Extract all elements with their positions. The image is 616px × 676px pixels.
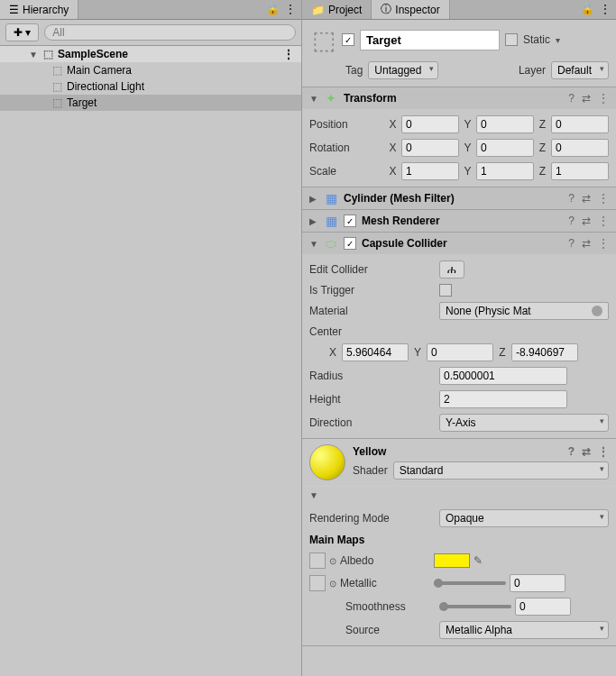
center-z-input[interactable] <box>511 343 578 361</box>
preset-icon[interactable]: ⇄ <box>582 92 591 105</box>
list-icon: ☰ <box>9 4 19 16</box>
scale-z-input[interactable] <box>551 162 609 180</box>
foldout-icon[interactable]: ▼ <box>309 239 318 249</box>
menu-icon[interactable]: ⋮ <box>285 3 296 16</box>
preset-icon[interactable]: ⇄ <box>582 192 591 205</box>
direction-dropdown[interactable]: Y-Axis <box>439 414 609 432</box>
menu-icon[interactable]: ⋮ <box>598 237 609 250</box>
tag-label: Tag <box>345 64 363 77</box>
metallic-input[interactable] <box>510 574 565 592</box>
center-y-input[interactable] <box>427 343 493 361</box>
eyedropper-icon[interactable]: ✎ <box>473 554 486 567</box>
project-tab[interactable]: 📁 Project <box>302 0 372 19</box>
metallic-slider[interactable] <box>434 581 506 585</box>
help-icon[interactable]: ? <box>568 215 575 227</box>
layer-dropdown[interactable]: Default <box>551 61 609 79</box>
texture-link-icon[interactable]: ⊙ <box>329 579 336 589</box>
rotation-x-input[interactable] <box>401 139 459 157</box>
is-trigger-label: Is Trigger <box>309 284 436 297</box>
menu-icon[interactable]: ⋮ <box>598 215 609 227</box>
menu-icon[interactable]: ⋮ <box>598 445 609 458</box>
tag-dropdown[interactable]: Untagged <box>368 61 438 79</box>
object-picker-icon[interactable] <box>592 306 602 316</box>
search-input[interactable] <box>44 24 296 41</box>
material-field[interactable]: None (Physic Mat <box>439 302 609 320</box>
scene-item[interactable]: ▼ ⬚ SampleScene ⋮ <box>0 46 301 62</box>
foldout-icon[interactable]: ▼ <box>29 50 38 59</box>
material-preview-icon[interactable] <box>309 444 345 480</box>
component-actions: ? ⇄ ⋮ <box>568 92 609 105</box>
transform-icon: ✦ <box>324 91 338 105</box>
mesh-renderer-component: ▶ ▦ ✓ Mesh Renderer ?⇄⋮ <box>302 210 616 233</box>
capsule-collider-component: ▼ ⬭ ✓ Capsule Collider ?⇄⋮ Edit Collider… <box>302 233 616 439</box>
add-button[interactable]: ✚ ▾ <box>5 23 39 41</box>
preset-icon[interactable]: ⇄ <box>582 445 591 458</box>
smoothness-slider[interactable] <box>439 605 511 608</box>
help-icon[interactable]: ? <box>568 192 575 205</box>
help-icon[interactable]: ? <box>568 92 575 105</box>
object-name-input[interactable] <box>360 30 500 50</box>
source-dropdown[interactable]: Metallic Alpha <box>439 621 609 639</box>
inspector-tab[interactable]: ⓘ Inspector <box>372 0 449 19</box>
rendering-mode-dropdown[interactable]: Opaque <box>439 509 609 527</box>
center-x-input[interactable] <box>342 343 409 361</box>
menu-icon[interactable]: ⋮ <box>598 92 609 105</box>
hierarchy-item-target[interactable]: ⬚ Target <box>0 95 301 111</box>
material-foldout-icon[interactable]: ▼ <box>309 490 318 500</box>
lock-icon[interactable]: 🔒 <box>266 3 280 16</box>
edit-collider-button[interactable]: ሐ <box>439 260 464 279</box>
capsule-body: Edit Collider ሐ Is Trigger Material None… <box>302 254 616 438</box>
mesh-filter-component: ▶ ▦ Cylinder (Mesh Filter) ?⇄⋮ <box>302 187 616 210</box>
preset-icon[interactable]: ⇄ <box>582 237 591 250</box>
metallic-texture-slot[interactable] <box>309 575 326 591</box>
menu-icon[interactable]: ⋮ <box>598 192 609 205</box>
rotation-z-input[interactable] <box>551 139 609 157</box>
hierarchy-tree: ▼ ⬚ SampleScene ⋮ ⬚ Main Camera ⬚ Direct… <box>0 46 301 111</box>
position-z-input[interactable] <box>551 115 609 133</box>
collider-icon: ⬭ <box>324 236 338 251</box>
preset-icon[interactable]: ⇄ <box>582 215 591 227</box>
help-icon[interactable]: ? <box>568 237 575 250</box>
texture-link-icon[interactable]: ⊙ <box>329 556 336 566</box>
scale-x-input[interactable] <box>401 162 459 180</box>
scale-row: Scale X Y Z <box>309 160 609 183</box>
foldout-icon[interactable]: ▶ <box>309 216 318 226</box>
hierarchy-item-camera[interactable]: ⬚ Main Camera <box>0 62 301 78</box>
is-trigger-checkbox[interactable] <box>439 284 452 297</box>
static-dropdown-icon[interactable]: ▾ <box>556 35 560 45</box>
material-value: None (Physic Mat <box>446 305 531 317</box>
position-x-input[interactable] <box>401 115 459 133</box>
scale-label: Scale <box>309 165 384 178</box>
albedo-texture-slot[interactable] <box>309 553 326 569</box>
position-y-input[interactable] <box>476 115 534 133</box>
smoothness-label: Smoothness <box>345 600 436 613</box>
albedo-color-swatch[interactable] <box>434 553 470 568</box>
active-checkbox[interactable]: ✓ <box>342 33 354 46</box>
transform-component: ▼ ✦ Transform ? ⇄ ⋮ Position X Y Z Rotat… <box>302 87 616 187</box>
mesh-renderer-header: ▶ ▦ ✓ Mesh Renderer ?⇄⋮ <box>302 210 616 232</box>
static-checkbox[interactable] <box>505 33 518 46</box>
lock-icon[interactable]: 🔒 <box>581 3 594 16</box>
rotation-label: Rotation <box>309 142 384 154</box>
mesh-renderer-enable-checkbox[interactable]: ✓ <box>344 215 356 227</box>
item-label: Target <box>67 96 97 109</box>
scene-menu-icon[interactable]: ⋮ <box>283 48 294 60</box>
height-input[interactable] <box>439 390 567 408</box>
menu-icon[interactable]: ⋮ <box>600 3 611 16</box>
help-icon[interactable]: ? <box>568 445 575 458</box>
rotation-y-input[interactable] <box>476 139 534 157</box>
foldout-icon[interactable]: ▶ <box>309 194 318 204</box>
folder-icon: 📁 <box>311 4 325 16</box>
smoothness-input[interactable] <box>515 598 571 616</box>
radius-input[interactable] <box>439 367 567 385</box>
collider-enable-checkbox[interactable]: ✓ <box>344 237 356 250</box>
object-cube-icon[interactable]: ⬚ <box>309 25 338 54</box>
metallic-label: Metallic <box>340 577 430 589</box>
hierarchy-tab[interactable]: ☰ Hierarchy <box>0 0 78 19</box>
material-label: Material <box>309 305 436 317</box>
scale-y-input[interactable] <box>476 162 534 180</box>
inspector-tab-label: Inspector <box>395 4 439 16</box>
foldout-icon[interactable]: ▼ <box>309 94 318 104</box>
hierarchy-item-light[interactable]: ⬚ Directional Light <box>0 78 301 95</box>
shader-dropdown[interactable]: Standard <box>393 461 609 480</box>
